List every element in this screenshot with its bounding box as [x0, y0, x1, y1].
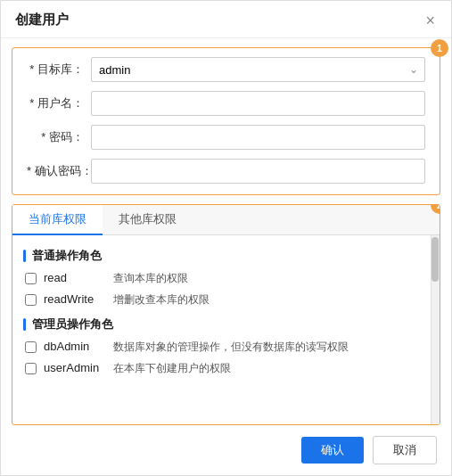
- password-row: * 密码：: [27, 125, 425, 150]
- confirm-password-row: * 确认密码：: [27, 159, 425, 184]
- close-button[interactable]: ×: [423, 12, 437, 29]
- permissions-section: 2 当前库权限 其他库权限 普通操作角色 read 查询本库的权限 readWr…: [12, 204, 440, 425]
- perm-desc-useradmin: 在本库下创建用户的权限: [113, 361, 231, 376]
- list-item: userAdmin 在本库下创建用户的权限: [23, 361, 423, 376]
- dbadmin-checkbox[interactable]: [25, 341, 37, 353]
- permissions-body: 普通操作角色 read 查询本库的权限 readWrite 增删改查本库的权限 …: [12, 235, 440, 414]
- password-label: * 密码：: [27, 129, 91, 145]
- tab-other-db[interactable]: 其他库权限: [103, 205, 193, 235]
- list-item: dbAdmin 数据库对象的管理操作，但没有数据库的读写权限: [23, 340, 423, 355]
- tab-current-db[interactable]: 当前库权限: [12, 205, 103, 235]
- form-section: 1 * 目标库： admin ⌄ * 用户名： * 密码： * 确认密码：: [12, 47, 440, 195]
- perm-name-readwrite: readWrite: [44, 292, 108, 306]
- confirm-password-input[interactable]: [91, 159, 425, 184]
- username-input[interactable]: [91, 91, 425, 116]
- db-select-wrap: admin ⌄: [91, 57, 425, 82]
- perm-desc-dbadmin: 数据库对象的管理操作，但没有数据库的读写权限: [113, 340, 349, 355]
- tabs-bar: 当前库权限 其他库权限: [12, 205, 440, 235]
- useradmin-checkbox[interactable]: [25, 363, 37, 374]
- password-input[interactable]: [91, 125, 425, 150]
- username-row: * 用户名：: [27, 91, 425, 116]
- list-item: read 查询本库的权限: [23, 271, 423, 286]
- readwrite-checkbox[interactable]: [25, 294, 37, 306]
- general-roles-title: 普通操作角色: [23, 248, 423, 264]
- scrollbar[interactable]: [431, 235, 440, 424]
- db-select[interactable]: admin: [91, 57, 425, 82]
- db-label: * 目标库：: [27, 62, 91, 78]
- section1-badge: 1: [431, 39, 448, 57]
- perm-name-read: read: [44, 271, 108, 284]
- create-user-modal: 创建用户 × 1 * 目标库： admin ⌄ * 用户名： * 密码： * 确…: [0, 0, 452, 476]
- modal-footer: 确认 取消: [1, 425, 451, 475]
- admin-roles-title: 管理员操作角色: [23, 316, 423, 332]
- modal-header: 创建用户 ×: [1, 1, 451, 38]
- scrollbar-thumb[interactable]: [431, 237, 439, 282]
- confirm-button[interactable]: 确认: [301, 437, 364, 464]
- perm-name-useradmin: userAdmin: [44, 361, 108, 374]
- confirm-password-label: * 确认密码：: [27, 163, 91, 179]
- db-row: * 目标库： admin ⌄: [27, 57, 425, 82]
- modal-title: 创建用户: [15, 12, 69, 29]
- username-label: * 用户名：: [27, 95, 91, 111]
- perm-name-dbadmin: dbAdmin: [44, 340, 108, 353]
- perm-desc-read: 查询本库的权限: [113, 271, 188, 286]
- read-checkbox[interactable]: [25, 273, 37, 284]
- perm-desc-readwrite: 增删改查本库的权限: [113, 292, 210, 308]
- list-item: readWrite 增删改查本库的权限: [23, 292, 423, 308]
- cancel-button[interactable]: 取消: [373, 436, 437, 464]
